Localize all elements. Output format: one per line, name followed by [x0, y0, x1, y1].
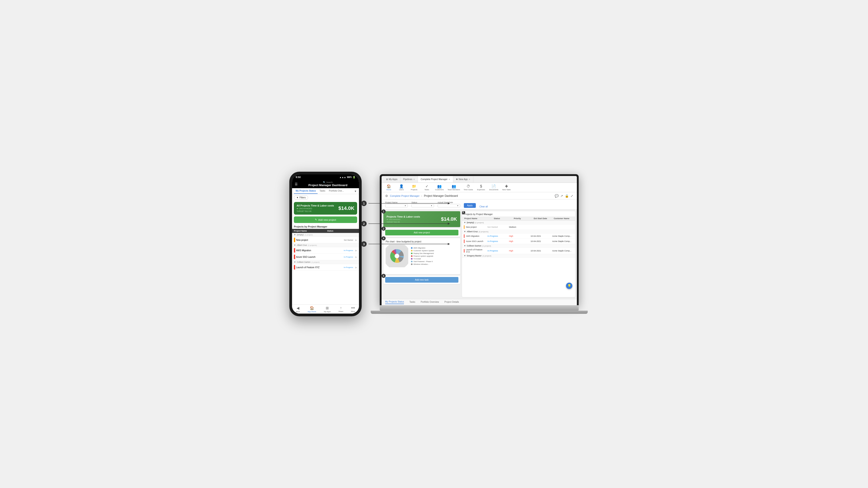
- chevron-empty-icon: ▼: [464, 221, 466, 224]
- priority-dot-azure: [294, 255, 295, 259]
- share-header-icon[interactable]: ↗: [560, 194, 563, 198]
- cell-azure-date: 10-04-2021: [530, 240, 552, 242]
- filter-project-name-select[interactable]: ▾: [385, 204, 408, 207]
- bottom-tab-portfolio[interactable]: Portfolio Overview: [421, 301, 439, 304]
- cell-feature-customer: Acme Staple Comp...: [552, 250, 573, 252]
- breadcrumb-app[interactable]: Complete Project Manager: [390, 195, 420, 197]
- comment-icon[interactable]: 💬: [555, 194, 559, 198]
- nav-team-members-item[interactable]: 👥 Team Members: [447, 184, 460, 191]
- nav-back[interactable]: ◀ Back: [296, 306, 300, 313]
- chevron-down-date: ▾: [457, 205, 458, 207]
- phone-tab-more-icon[interactable]: ▾: [354, 188, 357, 194]
- nav-new-table-item[interactable]: ✚ New Table: [502, 184, 511, 191]
- svg-point-7: [361, 241, 367, 247]
- phone-table-header: Project Name Status: [292, 229, 359, 233]
- settings-gear-icon[interactable]: ⚙: [385, 194, 388, 198]
- apply-filter-button[interactable]: Apply: [464, 203, 476, 208]
- expand-icon[interactable]: ⤢: [570, 194, 573, 198]
- phone-group-empty: ▼ (empty) (1 project): [292, 233, 359, 237]
- tab-new-app[interactable]: ✚ New App ✕: [453, 176, 473, 183]
- phone-row-azure[interactable]: Azure SSO Launch In-Progress ▶: [292, 254, 359, 260]
- filter-status-select[interactable]: ▾: [411, 204, 434, 207]
- grid-title: Projects by Project Manager: [462, 211, 575, 217]
- stats-target: TARGET $12.0K: [297, 210, 334, 213]
- add-project-label: Add new project: [318, 219, 336, 221]
- phone-device: 9:50 ▲▲▲ WiFi 🔋 ☰ 🔍 Search Project Manag…: [289, 172, 362, 316]
- phone-tab-portfolio[interactable]: Portfolio Ove...: [327, 188, 346, 194]
- add-new-project-button[interactable]: Add new project: [385, 230, 458, 235]
- tab-close-cpm[interactable]: ✕: [448, 178, 450, 181]
- clear-filter-button[interactable]: Clear all: [479, 205, 488, 208]
- nav-users-item[interactable]: 👤 Users: [397, 184, 406, 191]
- filter-icon: ▼: [296, 196, 299, 199]
- phone-stats-card: All Projects Time & Labor costs ➡ UNCHAN…: [294, 202, 357, 215]
- grid-row-azure[interactable]: Azure SSO Launch In-Progress High 10-04-…: [462, 239, 575, 244]
- tab-pipelines[interactable]: Pipelines ✕: [400, 176, 418, 183]
- cell-azure-status: In-Progress: [487, 240, 508, 242]
- svg-text:2: 2: [363, 222, 365, 225]
- status-azure: In-Progress: [342, 256, 354, 258]
- chevron-down-icon-2: ▼: [294, 244, 296, 246]
- nav-app-home[interactable]: 🏠 App Home: [308, 306, 316, 313]
- filter-date-select[interactable]: ▾: [438, 204, 460, 207]
- bottom-tab-project-details[interactable]: Project Details: [444, 301, 459, 304]
- nav-documents-item[interactable]: 📄 Documents: [489, 184, 498, 191]
- filter-status: Status ▾: [411, 201, 434, 207]
- arrow-unchanged-icon: ➡: [386, 219, 388, 221]
- phone-tab-my-projects[interactable]: My Projects Status: [294, 188, 318, 194]
- phone-row-new-project[interactable]: New project Not Started ▶: [292, 237, 359, 243]
- phone-row-aws[interactable]: AWS Migration In-Progress ▶: [292, 247, 359, 254]
- nav-time-cards-item[interactable]: ⏱ Time Cards: [464, 184, 473, 191]
- tab-complete-project-manager[interactable]: Complete Project Manager ✕: [418, 176, 453, 183]
- nav-more-label: More: [351, 311, 355, 313]
- grid-row-feature[interactable]: Launch of Feature XYZ In-Progress High 1…: [462, 248, 575, 254]
- grid-group-gregory-name: Gregory Baxter: [467, 255, 482, 257]
- hamburger-menu-icon[interactable]: ☰: [295, 182, 298, 186]
- add-project-widget: 2 Add new project: [383, 228, 460, 237]
- stats-target-laptop: TARGET $12.0K: [386, 221, 420, 223]
- nav-home-item[interactable]: 🏠 Home: [384, 184, 393, 191]
- grid-group-empty: ▼ (empty) (1 project): [462, 221, 575, 225]
- grid-row-aws[interactable]: AWS Migration In-Progress High 10-04-202…: [462, 234, 575, 239]
- fab-help-button[interactable]: 💡: [566, 283, 572, 289]
- cell-aws-status: In-Progress: [487, 235, 508, 237]
- tab-close-new-app[interactable]: ✕: [469, 178, 470, 181]
- bottom-tab-tasks[interactable]: Tasks: [409, 301, 415, 304]
- add-project-button[interactable]: ✎ Add new project: [294, 217, 357, 223]
- left-panel: 1 Projects Time & Labor costs ➡ UNCHANGE…: [383, 211, 460, 297]
- app-tabs-bar: ⊞ My Apps Pipelines ✕ Complete Project M…: [381, 176, 577, 183]
- phone-app-header: ☰ 🔍 Search Project Manager Dashboard: [292, 180, 359, 188]
- laptop-base: [380, 305, 579, 311]
- row-arrow-icon-2: ▶: [355, 249, 357, 252]
- phone-row-feature[interactable]: Launch of Feature XYZ In-Progress ▶: [292, 264, 359, 271]
- nav-projects-item[interactable]: 📁 Projects: [410, 184, 418, 191]
- priority-dot-aws: [294, 248, 295, 253]
- nav-more[interactable]: ••• More: [351, 306, 355, 313]
- bottom-tab-my-projects[interactable]: My Projects Status: [385, 300, 404, 304]
- phone-screen: 9:50 ▲▲▲ WiFi 🔋 ☰ 🔍 Search Project Manag…: [292, 174, 359, 314]
- stats-widget-title: Projects Time & Labor costs: [386, 215, 420, 218]
- nav-expenses-item[interactable]: $ Expenses: [476, 184, 486, 191]
- widget-number-2: 2: [381, 227, 385, 231]
- nav-my-apps[interactable]: ⊞ My Apps: [324, 306, 331, 313]
- legend-label-5: Visit Powered - Phase 0: [413, 260, 433, 263]
- add-new-task-button[interactable]: Add new task: [385, 277, 458, 283]
- grid-group-empty-name: (empty): [467, 221, 474, 224]
- stats-left-laptop: Projects Time & Labor costs ➡ UNCHANGED …: [386, 215, 420, 223]
- tab-close-pipelines[interactable]: ✕: [413, 178, 415, 181]
- grid-row-new-project[interactable]: New project Not Started Medium: [462, 225, 575, 230]
- nav-customers-item[interactable]: 👥 Customers: [435, 184, 444, 191]
- lock-icon[interactable]: 🔒: [565, 194, 569, 198]
- tab-my-apps[interactable]: ⊞ My Apps: [383, 176, 400, 183]
- grid-col-priority: Priority: [513, 217, 533, 220]
- nav-share[interactable]: ↑ Share: [338, 306, 343, 313]
- phone-tab-tasks[interactable]: Tasks: [318, 188, 327, 194]
- grid-group-gregory: ▼ Gregory Baxter (1 project): [462, 254, 575, 258]
- timecards-nav-icon: ⏱: [467, 184, 470, 188]
- customers-nav-label: Customers: [435, 189, 444, 191]
- grid-col-project-name: Project Name: [464, 217, 493, 220]
- filters-button[interactable]: ▼ Filters: [294, 195, 308, 200]
- filter-start-date-label: Actual Start Date: [438, 201, 460, 203]
- nav-tasks-item[interactable]: ✓ Tasks: [422, 184, 431, 191]
- share-icon: ↑: [340, 306, 342, 310]
